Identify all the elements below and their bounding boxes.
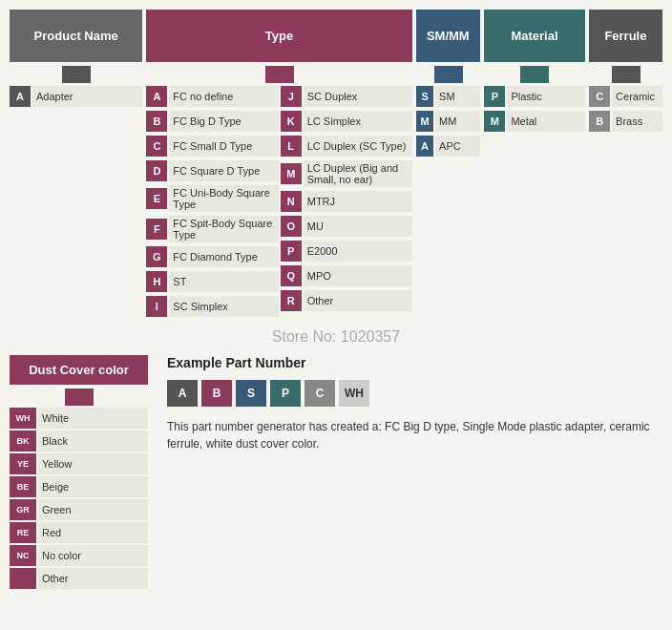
header-row: Product Name Type SM/MM Material Ferrule <box>10 10 662 62</box>
type-label-a: FC no define <box>169 86 278 107</box>
type-label-h: ST <box>169 271 278 292</box>
smm-label-m: MM <box>435 111 480 132</box>
type-row-o: O MU <box>281 216 412 237</box>
type-code-h: H <box>146 271 167 292</box>
type-code-r: R <box>281 290 302 311</box>
dust-code-other <box>10 568 36 589</box>
product-column: A Adapter <box>10 86 142 109</box>
type-label-o: MU <box>304 216 412 237</box>
header-material: Material <box>484 10 585 62</box>
example-section: Example Part Number ABSPCWH This part nu… <box>167 355 662 591</box>
type-code-j: J <box>281 86 302 107</box>
smm-connector <box>434 66 463 83</box>
part-code-5: WH <box>339 380 369 407</box>
part-number-row: ABSPCWH <box>167 380 662 407</box>
ferrule-row-b: B Brass <box>589 111 662 132</box>
type-row-r: R Other <box>281 290 412 311</box>
product-row-a: A Adapter <box>10 86 142 107</box>
type-code-a: A <box>146 86 167 107</box>
type-code-o: O <box>281 216 302 237</box>
type-code-p: P <box>281 241 302 262</box>
type-row-j: J SC Duplex <box>281 86 412 107</box>
ferrule-code-b: B <box>589 111 610 132</box>
type-row-p: P E2000 <box>281 241 412 262</box>
material-label-m: Metal <box>507 111 585 132</box>
material-row-p: P Plastic <box>484 86 585 107</box>
type-row-b: B FC Big D Type <box>146 111 278 132</box>
type-code-m: M <box>281 163 302 184</box>
dust-label-ye: Yellow <box>38 453 148 474</box>
type-left-subcol: A FC no define B FC Big D Type C FC Smal… <box>146 86 278 319</box>
type-row-n: N MTRJ <box>281 191 412 212</box>
smm-code-s: S <box>416 86 433 107</box>
type-label-m: LC Duplex (Big and Small, no ear) <box>304 160 412 187</box>
part-code-3: P <box>270 380 301 407</box>
dust-label-nc: No color <box>38 545 148 566</box>
dust-code-wh: WH <box>10 408 36 429</box>
part-code-2: S <box>236 380 266 407</box>
dust-label-bk: Black <box>38 430 148 452</box>
type-label-b: FC Big D Type <box>169 111 278 132</box>
dust-row-re: RE Red <box>10 522 148 543</box>
type-label-p: E2000 <box>304 241 412 262</box>
example-title: Example Part Number <box>167 355 662 370</box>
ferrule-connector <box>612 66 640 83</box>
header-ferrule: Ferrule <box>589 10 662 62</box>
type-label-d: FC Square D Type <box>169 160 278 181</box>
type-code-l: L <box>281 136 302 157</box>
type-label-e: FC Uni-Body Square Type <box>169 185 278 212</box>
type-label-l: LC Duplex (SC Type) <box>304 136 412 157</box>
ferrule-row-c: C Ceramic <box>589 86 662 107</box>
material-code-p: P <box>484 86 505 107</box>
ferrule-code-c: C <box>589 86 610 107</box>
ferrule-label-c: Ceramic <box>612 86 662 107</box>
dust-code-re: RE <box>10 522 36 543</box>
dust-code-be: BE <box>10 476 36 497</box>
material-column: P Plastic M Metal <box>484 86 585 134</box>
header-smm: SM/MM <box>416 10 481 62</box>
type-code-n: N <box>281 191 302 212</box>
ferrule-label-b: Brass <box>612 111 662 132</box>
type-row-a: A FC no define <box>146 86 278 107</box>
dust-connector-block <box>65 388 94 406</box>
type-code-f: F <box>146 219 167 240</box>
dust-row-nc: NC No color <box>10 545 148 566</box>
smm-label-s: SM <box>435 86 480 107</box>
dust-row-other: Other <box>10 568 148 589</box>
header-product-name: Product Name <box>10 10 142 62</box>
type-label-f: FC Spit-Body Square Type <box>169 216 278 242</box>
dust-cover-header: Dust Cover color <box>10 355 148 385</box>
smm-code-m: M <box>416 111 433 132</box>
type-row-c: C FC Small D Type <box>146 136 278 157</box>
type-code-d: D <box>146 160 167 181</box>
type-row-k: K LC Simplex <box>281 111 412 132</box>
type-code-q: Q <box>281 265 302 286</box>
product-connector <box>62 66 91 83</box>
dust-row-be: BE Beige <box>10 476 148 497</box>
dust-label-other: Other <box>38 568 148 589</box>
dust-code-ye: YE <box>10 453 36 474</box>
store-number: Store No: 1020357 <box>10 328 662 346</box>
smm-column: S SM M MM A APC <box>416 86 480 158</box>
type-row-h: H ST <box>146 271 278 292</box>
type-connector <box>265 66 294 83</box>
type-label-i: SC Simplex <box>169 296 278 317</box>
main-container: Product Name Type SM/MM Material Ferrule… <box>0 0 672 600</box>
smm-label-a: APC <box>435 136 480 157</box>
dust-cover-column: Dust Cover color WH White BK Black YE Ye… <box>10 355 148 591</box>
type-code-e: E <box>146 188 167 209</box>
type-row-q: Q MPO <box>281 265 412 286</box>
type-row-e: E FC Uni-Body Square Type <box>146 185 278 212</box>
product-label-a: Adapter <box>32 86 142 107</box>
type-label-g: FC Diamond Type <box>169 246 278 267</box>
material-row-m: M Metal <box>484 111 585 132</box>
dust-row-ye: YE Yellow <box>10 453 148 474</box>
type-row-d: D FC Square D Type <box>146 160 278 181</box>
type-right-subcol: J SC Duplex K LC Simplex L LC Duplex (SC… <box>281 86 412 319</box>
smm-row-a: A APC <box>416 136 480 157</box>
material-code-m: M <box>484 111 505 132</box>
type-label-c: FC Small D Type <box>169 136 278 157</box>
type-code-i: I <box>146 296 167 317</box>
product-code-a: A <box>10 86 31 107</box>
material-label-p: Plastic <box>507 86 585 107</box>
